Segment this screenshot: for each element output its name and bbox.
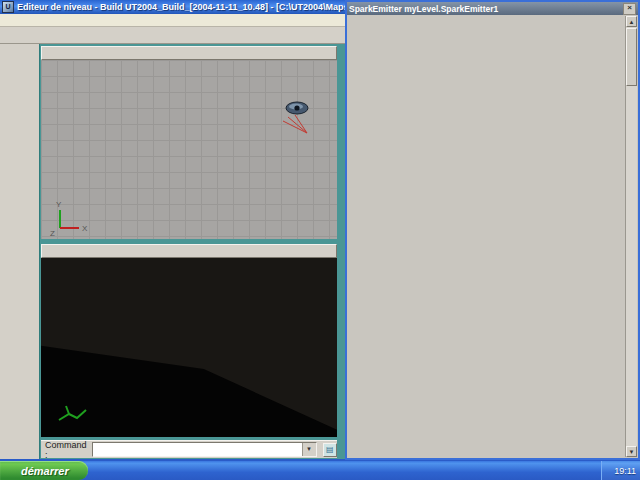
log-window-button[interactable]: ▤ — [323, 443, 337, 457]
command-input[interactable] — [93, 443, 302, 456]
svg-text:Z: Z — [50, 229, 55, 238]
svg-text:X: X — [82, 224, 88, 233]
close-icon[interactable]: × — [623, 3, 636, 15]
taskbar-clock: 19:11 — [614, 466, 636, 476]
svg-text:Y: Y — [56, 200, 62, 209]
properties-titlebar[interactable]: SparkEmitter myLevel.SparkEmitter1 × — [347, 2, 638, 15]
taskbar: démarrer 19:11 — [0, 461, 640, 480]
properties-window: SparkEmitter myLevel.SparkEmitter1 × ▲ ▼ — [345, 0, 640, 460]
command-label: Command : — [45, 440, 87, 460]
property-grid — [348, 16, 625, 457]
scroll-up-icon[interactable]: ▲ — [626, 16, 637, 27]
dynamic-light-viewport-header[interactable] — [41, 244, 337, 258]
top-axis-indicator: Y X Z — [49, 198, 89, 239]
windows-logo-icon — [5, 464, 17, 477]
dynamic-light-viewport[interactable] — [41, 258, 337, 437]
start-label: démarrer — [21, 465, 69, 477]
properties-scrollbar[interactable]: ▲ ▼ — [625, 16, 637, 457]
window-title: Editeur de niveau - Build UT2004_Build_[… — [17, 2, 360, 12]
top-viewport[interactable]: Y X Z — [41, 60, 337, 239]
command-bar: Command : ▼ ▤ — [41, 440, 337, 458]
top-viewport-header[interactable] — [41, 46, 337, 60]
start-button[interactable]: démarrer — [0, 461, 88, 480]
dynamic-axis-indicator — [53, 398, 97, 428]
command-dropdown-arrow[interactable]: ▼ — [302, 443, 316, 456]
system-tray: 19:11 — [601, 461, 640, 480]
app-icon: U — [2, 1, 14, 13]
desktop: U Editeur de niveau - Build UT2004_Build… — [0, 0, 640, 480]
scroll-down-icon[interactable]: ▼ — [626, 446, 637, 457]
viewport-splitter[interactable] — [41, 239, 337, 242]
scroll-thumb[interactable] — [626, 28, 637, 86]
tool-palette — [0, 44, 40, 459]
command-combobox[interactable]: ▼ — [92, 442, 317, 457]
viewport-column: Y X Z Command : — [41, 44, 337, 459]
properties-title: SparkEmitter myLevel.SparkEmitter1 — [349, 4, 623, 14]
